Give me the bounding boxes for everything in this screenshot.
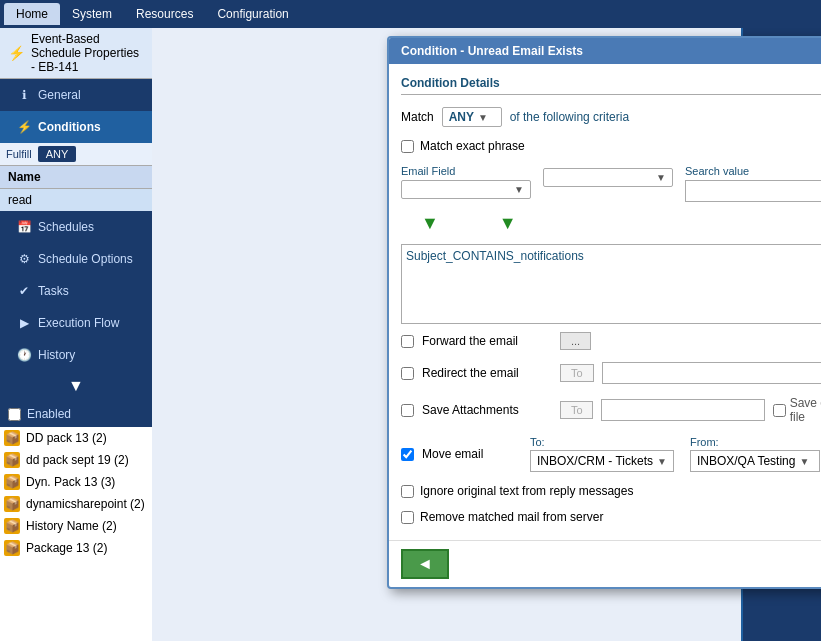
list-item[interactable]: 📦 Package 13 (2) xyxy=(0,537,152,559)
redirect-email-label: Redirect the email xyxy=(422,366,552,380)
tab-configuration[interactable]: Configuration xyxy=(205,3,300,25)
sidebar: ⚡ Event-Based Schedule Properties - EB-1… xyxy=(0,28,152,641)
enabled-label: Enabled xyxy=(27,407,71,421)
match-exact-row: Match exact phrase xyxy=(401,139,821,153)
info-icon: ℹ xyxy=(16,87,32,103)
list-item[interactable]: 📦 DD pack 13 (2) xyxy=(0,427,152,449)
save-attachments-label: Save Attachments xyxy=(422,403,552,417)
empty-field-group: ▼ xyxy=(543,165,673,187)
save-attachments-row: Save Attachments To Save entire email to… xyxy=(401,396,821,424)
remove-matched-label: Remove matched mail from server xyxy=(420,510,603,524)
fulfill-bar: Fulfill ANY xyxy=(0,143,152,166)
list-item[interactable]: 📦 dynamicsharepoint (2) xyxy=(0,493,152,515)
save-entire-email-group: Save entire email to file xyxy=(773,396,821,424)
history-icon: 🕐 xyxy=(16,347,32,363)
modal-title-bar: Condition - Unread Email Exists xyxy=(389,38,821,64)
email-field-arrow: ▼ xyxy=(514,184,524,195)
redirect-email-btn[interactable]: To xyxy=(560,364,594,382)
forward-email-checkbox[interactable] xyxy=(401,335,414,348)
modal-title: Condition - Unread Email Exists xyxy=(401,44,583,58)
condition-textarea[interactable]: Subject_CONTAINS_notifications xyxy=(401,244,821,324)
from-field-group: From: INBOX/QA Testing ▼ xyxy=(690,436,820,472)
sidebar-item-schedule-options[interactable]: ⚙ Schedule Options xyxy=(0,243,152,275)
back-arrow-btn[interactable]: ◄ xyxy=(401,549,449,579)
match-dropdown[interactable]: ANY ▼ xyxy=(442,107,502,127)
forward-email-btn[interactable]: ... xyxy=(560,332,591,350)
tab-resources[interactable]: Resources xyxy=(124,3,205,25)
redirect-email-checkbox[interactable] xyxy=(401,367,414,380)
item-icon: 📦 xyxy=(4,430,20,446)
name-table-row[interactable]: read xyxy=(0,189,152,211)
flow-icon: ▶ xyxy=(16,315,32,331)
bottom-item-list: 📦 DD pack 13 (2) 📦 dd pack sept 19 (2) 📦… xyxy=(0,427,152,641)
remove-matched-checkbox[interactable] xyxy=(401,511,414,524)
content-area: 10981 61318 ue ID 10282 Condition - Unre… xyxy=(152,28,821,641)
ignore-original-label: Ignore original text from reply messages xyxy=(420,484,633,498)
item-icon: 📦 xyxy=(4,496,20,512)
save-attachments-btn[interactable]: To xyxy=(560,401,593,419)
item-icon: 📦 xyxy=(4,452,20,468)
any-button[interactable]: ANY xyxy=(38,146,77,162)
sidebar-item-execution-flow[interactable]: ▶ Execution Flow xyxy=(0,307,152,339)
criteria-text: of the following criteria xyxy=(510,110,629,124)
from-select-arrow: ▼ xyxy=(799,456,809,467)
to-select[interactable]: INBOX/CRM - Tickets ▼ xyxy=(530,450,674,472)
item-icon: 📦 xyxy=(4,474,20,490)
sidebar-item-tasks[interactable]: ✔ Tasks xyxy=(0,275,152,307)
list-item[interactable]: 📦 dd pack sept 19 (2) xyxy=(0,449,152,471)
move-email-checkbox[interactable] xyxy=(401,448,414,461)
to-label: To: xyxy=(530,436,674,448)
options-icon: ⚙ xyxy=(16,251,32,267)
add-email-field-btn[interactable]: ▼ xyxy=(421,214,439,232)
to-from-group: To: INBOX/CRM - Tickets ▼ From: INBOX/QA… xyxy=(530,436,820,472)
add-search-val-btn[interactable]: ▼ xyxy=(499,214,517,232)
search-value-input[interactable] xyxy=(685,180,821,202)
email-field-label: Email Field xyxy=(401,165,531,177)
empty-field-select[interactable]: ▼ xyxy=(543,168,673,187)
fulfill-label: Fulfill xyxy=(6,148,32,160)
save-attachments-checkbox[interactable] xyxy=(401,404,414,417)
enabled-checkbox[interactable] xyxy=(8,408,21,421)
sidebar-scroll-down[interactable]: ▼ xyxy=(0,371,152,401)
ignore-original-row: Ignore original text from reply messages xyxy=(401,484,821,498)
tab-system[interactable]: System xyxy=(60,3,124,25)
event-bar: ⚡ Event-Based Schedule Properties - EB-1… xyxy=(0,28,152,79)
email-field-group: Email Field ▼ xyxy=(401,165,531,199)
move-email-row: Move email To: INBOX/CRM - Tickets ▼ Fro xyxy=(401,436,821,472)
match-exact-label: Match exact phrase xyxy=(420,139,525,153)
list-item[interactable]: 📦 History Name (2) xyxy=(0,515,152,537)
forward-email-row: Forward the email ... xyxy=(401,332,821,350)
sidebar-item-conditions[interactable]: ⚡ Conditions xyxy=(0,111,152,143)
match-exact-checkbox[interactable] xyxy=(401,140,414,153)
name-table: Fulfill ANY Name read xyxy=(0,143,152,211)
event-icon: ⚡ xyxy=(8,45,25,61)
sidebar-item-schedules[interactable]: 📅 Schedules xyxy=(0,211,152,243)
main-area: ⚡ Event-Based Schedule Properties - EB-1… xyxy=(0,28,821,641)
modal-section-title: Condition Details xyxy=(401,76,821,95)
item-icon: 📦 xyxy=(4,540,20,556)
save-entire-email-label: Save entire email to file xyxy=(790,396,821,424)
event-bar-title: Event-Based Schedule Properties - EB-141 xyxy=(31,32,144,74)
match-label: Match xyxy=(401,110,434,124)
condition-icon: ⚡ xyxy=(16,119,32,135)
sidebar-item-history[interactable]: 🕐 History xyxy=(0,339,152,371)
forward-email-label: Forward the email xyxy=(422,334,552,348)
list-item[interactable]: 📦 Dyn. Pack 13 (3) xyxy=(0,471,152,493)
tab-home[interactable]: Home xyxy=(4,3,60,25)
move-email-label: Move email xyxy=(422,447,522,461)
redirect-email-row: Redirect the email To xyxy=(401,362,821,384)
match-row: Match ANY ▼ of the following criteria xyxy=(401,107,821,127)
ignore-original-checkbox[interactable] xyxy=(401,485,414,498)
email-field-select[interactable]: ▼ xyxy=(401,180,531,199)
from-select[interactable]: INBOX/QA Testing ▼ xyxy=(690,450,820,472)
modal-footer: ◄ ► xyxy=(389,540,821,587)
item-icon: 📦 xyxy=(4,518,20,534)
modal-wrapper: Condition - Unread Email Exists Conditio… xyxy=(387,36,821,589)
remove-matched-row: Remove matched mail from server xyxy=(401,510,821,524)
redirect-email-input[interactable] xyxy=(602,362,821,384)
save-entire-email-checkbox[interactable] xyxy=(773,404,786,417)
menu-bar: Home System Resources Configuration xyxy=(0,0,821,28)
save-attachments-input[interactable] xyxy=(601,399,765,421)
to-field-group: To: INBOX/CRM - Tickets ▼ xyxy=(530,436,674,472)
sidebar-item-general[interactable]: ℹ General xyxy=(0,79,152,111)
